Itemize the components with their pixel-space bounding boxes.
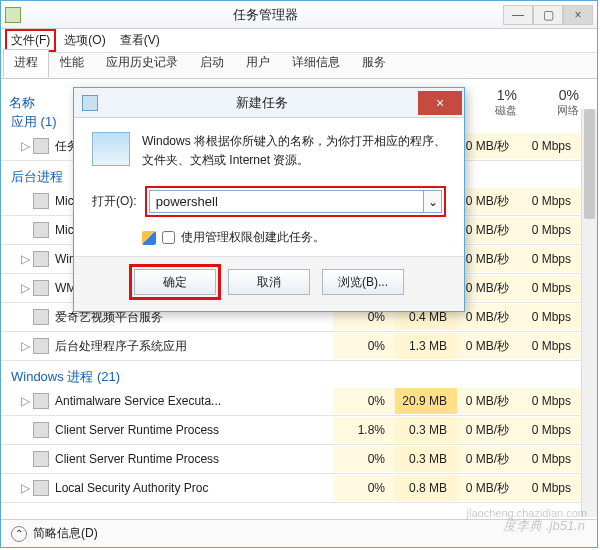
expand-icon[interactable]: ▷ [19, 281, 31, 295]
browse-button[interactable]: 浏览(B)... [322, 269, 404, 295]
tab-性能[interactable]: 性能 [49, 49, 95, 78]
disk-cell: 0 MB/秒 [457, 188, 519, 214]
process-name: Local Security Authority Proc [55, 481, 333, 495]
process-icon [33, 138, 49, 154]
disk-cell: 0 MB/秒 [457, 475, 519, 501]
disk-cell: 0 MB/秒 [457, 304, 519, 330]
disk-cell: 0 MB/秒 [457, 275, 519, 301]
net-cell: 0 Mbps [519, 388, 581, 414]
process-icon [33, 338, 49, 354]
dropdown-icon[interactable]: ⌄ [424, 190, 442, 213]
mem-cell: 0.8 MB [395, 475, 457, 501]
open-input[interactable] [149, 190, 424, 213]
admin-label: 使用管理权限创建此任务。 [181, 229, 325, 246]
ok-button[interactable]: 确定 [134, 269, 216, 295]
process-icon [33, 222, 49, 238]
maximize-button[interactable]: ▢ [533, 5, 563, 25]
process-row[interactable]: ▷Local Security Authority Proc0%0.8 MB0 … [1, 475, 581, 501]
cpu-cell: 0% [333, 333, 395, 359]
mem-cell: 0.3 MB [395, 417, 457, 443]
process-row[interactable]: ▷Antimalware Service Executa...0%20.9 MB… [1, 388, 581, 414]
titlebar[interactable]: 任务管理器 — ▢ × [1, 1, 597, 29]
net-cell: 0 Mbps [519, 417, 581, 443]
net-cell: 0 Mbps [519, 333, 581, 359]
scrollbar[interactable] [581, 109, 597, 517]
shield-icon [142, 231, 156, 245]
disk-cell: 0 MB/秒 [457, 246, 519, 272]
process-icon [33, 393, 49, 409]
process-icon [33, 451, 49, 467]
net-cell: 0 Mbps [519, 133, 581, 159]
disk-cell: 0 MB/秒 [457, 133, 519, 159]
fewer-details-link[interactable]: 简略信息(D) [33, 525, 98, 542]
disk-cell: 0 MB/秒 [457, 333, 519, 359]
expand-icon[interactable]: ▷ [19, 394, 31, 408]
menu-options[interactable]: 选项(O) [58, 30, 111, 51]
minimize-button[interactable]: — [503, 5, 533, 25]
run-icon [92, 132, 130, 166]
dialog-message: Windows 将根据你所键入的名称，为你打开相应的程序、文件夹、文档或 Int… [142, 132, 446, 170]
chevron-up-icon[interactable]: ⌃ [11, 526, 27, 542]
process-name: 后台处理程序子系统应用 [55, 338, 333, 355]
footer: ⌃ 简略信息(D) [1, 519, 597, 547]
tab-用户[interactable]: 用户 [235, 49, 281, 78]
close-button[interactable]: × [563, 5, 593, 25]
cpu-cell: 0% [333, 446, 395, 472]
process-row[interactable]: Client Server Runtime Process0%0.3 MB0 M… [1, 446, 581, 472]
tab-进程[interactable]: 进程 [3, 49, 49, 78]
mem-cell: 1.3 MB [395, 333, 457, 359]
tab-应用历史记录[interactable]: 应用历史记录 [95, 49, 189, 78]
window-title: 任务管理器 [27, 6, 503, 24]
disk-cell: 0 MB/秒 [457, 217, 519, 243]
dialog-titlebar[interactable]: 新建任务 × [74, 88, 464, 118]
scroll-thumb[interactable] [584, 109, 595, 219]
net-cell: 0 Mbps [519, 246, 581, 272]
tab-详细信息[interactable]: 详细信息 [281, 49, 351, 78]
expand-icon[interactable]: ▷ [19, 481, 31, 495]
net-cell: 0 Mbps [519, 188, 581, 214]
disk-cell: 0 MB/秒 [457, 417, 519, 443]
process-row[interactable]: Client Server Runtime Process1.8%0.3 MB0… [1, 417, 581, 443]
process-name: Client Server Runtime Process [55, 423, 333, 437]
dialog-title: 新建任务 [106, 94, 418, 112]
expand-icon[interactable]: ▷ [19, 139, 31, 153]
mem-cell: 0.3 MB [395, 446, 457, 472]
menu-view[interactable]: 查看(V) [114, 30, 166, 51]
net-cell: 0 Mbps [519, 475, 581, 501]
cpu-cell: 1.8% [333, 417, 395, 443]
group-header: Windows 进程 (21) [1, 362, 581, 388]
disk-cell: 0 MB/秒 [457, 446, 519, 472]
process-icon [33, 480, 49, 496]
cpu-cell: 0% [333, 388, 395, 414]
net-cell: 0 Mbps [519, 275, 581, 301]
process-row[interactable]: ▷后台处理程序子系统应用0%1.3 MB0 MB/秒0 Mbps [1, 333, 581, 359]
process-name: Client Server Runtime Process [55, 452, 333, 466]
cancel-button[interactable]: 取消 [228, 269, 310, 295]
expand-icon[interactable]: ▷ [19, 339, 31, 353]
disk-cell: 0 MB/秒 [457, 388, 519, 414]
process-icon [33, 193, 49, 209]
net-cell: 0 Mbps [519, 217, 581, 243]
net-cell: 0 Mbps [519, 446, 581, 472]
dialog-close-button[interactable]: × [418, 91, 462, 115]
process-icon [33, 422, 49, 438]
tabstrip: 进程性能应用历史记录启动用户详细信息服务 [1, 53, 597, 79]
process-icon [33, 251, 49, 267]
process-icon [33, 309, 49, 325]
app-icon [5, 7, 21, 23]
task-manager-window: 任务管理器 — ▢ × 文件(F) 选项(O) 查看(V) 进程性能应用历史记录… [0, 0, 598, 548]
run-dialog: 新建任务 × Windows 将根据你所键入的名称，为你打开相应的程序、文件夹、… [73, 87, 465, 312]
tab-启动[interactable]: 启动 [189, 49, 235, 78]
open-label: 打开(O): [92, 193, 137, 210]
process-name: Antimalware Service Executa... [55, 394, 333, 408]
cpu-cell: 0% [333, 475, 395, 501]
dialog-icon [82, 95, 98, 111]
net-cell: 0 Mbps [519, 304, 581, 330]
admin-checkbox[interactable] [162, 231, 175, 244]
expand-icon[interactable]: ▷ [19, 252, 31, 266]
mem-cell: 20.9 MB [395, 388, 457, 414]
process-icon [33, 280, 49, 296]
tab-服务[interactable]: 服务 [351, 49, 397, 78]
